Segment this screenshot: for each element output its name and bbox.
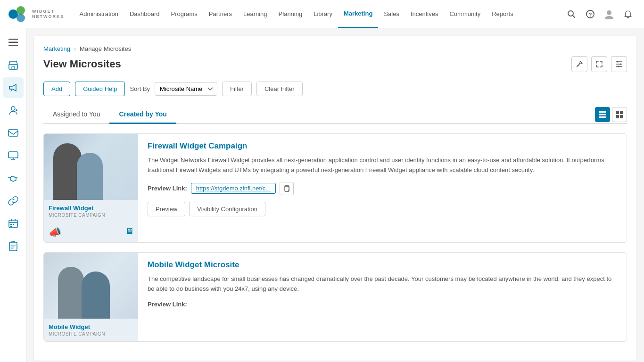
sidebar-item-email[interactable] bbox=[3, 123, 24, 143]
nav-learning[interactable]: Learning bbox=[238, 0, 273, 28]
columns-icon bbox=[615, 60, 623, 68]
grid-view-button[interactable] bbox=[612, 107, 627, 122]
guided-help-button[interactable]: Guided Help bbox=[75, 82, 125, 96]
svg-rect-11 bbox=[8, 45, 18, 46]
microsite-card-2: Mobile Widget MICROSITE CAMPAIGN Mobile … bbox=[43, 252, 627, 342]
nav-sales[interactable]: Sales bbox=[378, 0, 405, 28]
pin-button[interactable] bbox=[571, 56, 587, 72]
tabs: Assigned to You Created by You bbox=[43, 106, 176, 123]
card-description-2: The competitive landscape for small busi… bbox=[148, 274, 617, 294]
sidebar-item-leads[interactable] bbox=[3, 100, 24, 121]
profile-button[interactable] bbox=[601, 6, 618, 23]
nav-programs[interactable]: Programs bbox=[165, 0, 203, 28]
svg-rect-26 bbox=[599, 114, 606, 115]
store-icon bbox=[8, 60, 18, 70]
card-label-2: Mobile Widget MICROSITE CAMPAIGN bbox=[44, 319, 138, 341]
breadcrumb: Marketing › Manage Microsites bbox=[43, 45, 627, 52]
nav-incentives[interactable]: Incentives bbox=[405, 0, 444, 28]
svg-rect-20 bbox=[10, 226, 12, 227]
nav-dashboard[interactable]: Dashboard bbox=[124, 0, 165, 28]
sidebar-item-marketing[interactable] bbox=[3, 77, 24, 98]
view-toggle bbox=[595, 107, 627, 122]
sidebar-item-store[interactable] bbox=[3, 55, 24, 75]
sidebar-item-links[interactable] bbox=[3, 190, 24, 211]
grid-view-icon bbox=[616, 111, 623, 118]
notifications-button[interactable] bbox=[619, 6, 636, 23]
nav-reports[interactable]: Reports bbox=[486, 0, 519, 28]
svg-rect-27 bbox=[599, 116, 606, 118]
help-button[interactable]: ? bbox=[582, 6, 599, 23]
add-button[interactable]: Add bbox=[43, 82, 70, 96]
copy-link-button-1[interactable] bbox=[280, 182, 294, 195]
svg-point-22 bbox=[617, 61, 619, 63]
card-label-sub-1: MICROSITE CAMPAIGN bbox=[49, 213, 133, 218]
page-wrapper: Marketing › Manage Microsites View Micro… bbox=[34, 36, 636, 361]
search-icon bbox=[567, 10, 576, 18]
preview-link-url-1[interactable]: https://stgdemo.zinfi.net/c... bbox=[191, 183, 276, 194]
card-content-2: Mobile Widget Microsite The competitive … bbox=[138, 253, 627, 341]
svg-text:?: ? bbox=[589, 11, 592, 17]
tab-created[interactable]: Created by You bbox=[109, 106, 176, 124]
search-button[interactable] bbox=[563, 6, 580, 23]
sidebar-item-calendar[interactable] bbox=[3, 213, 24, 234]
list-view-button[interactable] bbox=[595, 107, 610, 122]
svg-point-8 bbox=[605, 16, 613, 19]
card-title-1[interactable]: Firewall Widget Campaign bbox=[148, 141, 617, 151]
leads-icon bbox=[8, 105, 18, 115]
svg-point-14 bbox=[11, 107, 15, 110]
card-actions-1: Preview Visibility Configuration bbox=[148, 202, 617, 216]
logo: WIDGET NETWORKS bbox=[8, 4, 65, 25]
nav-community[interactable]: Community bbox=[444, 0, 486, 28]
link-icon bbox=[8, 196, 18, 206]
card-image-1 bbox=[44, 134, 138, 200]
visibility-config-button-1[interactable]: Visibility Configuration bbox=[189, 202, 265, 216]
nav-links: Administration Dashboard Programs Partne… bbox=[74, 0, 563, 28]
sidebar bbox=[0, 28, 26, 362]
card-image-area-2: Mobile Widget MICROSITE CAMPAIGN bbox=[44, 253, 138, 341]
svg-rect-28 bbox=[616, 111, 619, 114]
svg-point-7 bbox=[607, 10, 611, 15]
sort-select[interactable]: Microsite Name bbox=[155, 82, 217, 96]
svg-point-1 bbox=[17, 6, 25, 15]
sidebar-item-menu[interactable] bbox=[3, 32, 24, 53]
svg-rect-13 bbox=[12, 66, 15, 69]
svg-rect-19 bbox=[13, 224, 14, 225]
card-title-2[interactable]: Mobile Widget Microsite bbox=[148, 260, 617, 270]
sidebar-item-microsites[interactable] bbox=[3, 145, 24, 166]
svg-rect-21 bbox=[9, 242, 17, 251]
clipboard-icon bbox=[8, 241, 18, 251]
svg-rect-31 bbox=[620, 115, 623, 118]
bell-icon bbox=[624, 10, 632, 18]
card-content-1: Firewall Widget Campaign The Widget Netw… bbox=[138, 134, 627, 242]
clear-filter-button[interactable]: Clear Filter bbox=[256, 82, 303, 96]
page-header: View Microsites bbox=[43, 56, 627, 72]
preview-link-row-1: Preview Link: https://stgdemo.zinfi.net/… bbox=[148, 182, 617, 195]
card-image-2 bbox=[44, 253, 138, 319]
help-icon: ? bbox=[586, 10, 594, 18]
sidebar-item-partners[interactable] bbox=[3, 168, 24, 189]
page-title: View Microsites bbox=[43, 58, 121, 70]
filter-button[interactable]: Filter bbox=[222, 82, 252, 96]
copy-icon-1 bbox=[283, 185, 290, 192]
toolbar: Add Guided Help Sort By Microsite Name F… bbox=[43, 82, 627, 96]
nav-planning[interactable]: Planning bbox=[273, 0, 308, 28]
nav-library[interactable]: Library bbox=[308, 0, 338, 28]
svg-rect-18 bbox=[10, 224, 12, 225]
nav-marketing[interactable]: Marketing bbox=[338, 0, 378, 28]
preview-link-label-2: Preview Link: bbox=[148, 301, 187, 308]
nav-administration[interactable]: Administration bbox=[74, 0, 124, 28]
screen-icon: 🖥 bbox=[125, 226, 133, 239]
tab-assigned[interactable]: Assigned to You bbox=[43, 106, 109, 124]
sidebar-item-reports[interactable] bbox=[3, 236, 24, 256]
menu-icon bbox=[8, 39, 18, 46]
nav-partners[interactable]: Partners bbox=[203, 0, 238, 28]
svg-rect-25 bbox=[599, 111, 606, 113]
preview-button-1[interactable]: Preview bbox=[148, 202, 185, 216]
svg-point-24 bbox=[618, 66, 619, 67]
svg-rect-30 bbox=[616, 115, 619, 118]
expand-button[interactable] bbox=[591, 56, 607, 72]
pin-icon bbox=[576, 60, 583, 68]
breadcrumb-marketing[interactable]: Marketing bbox=[43, 45, 70, 52]
filter-columns-button[interactable] bbox=[611, 56, 627, 72]
main-content: Marketing › Manage Microsites View Micro… bbox=[26, 28, 644, 362]
